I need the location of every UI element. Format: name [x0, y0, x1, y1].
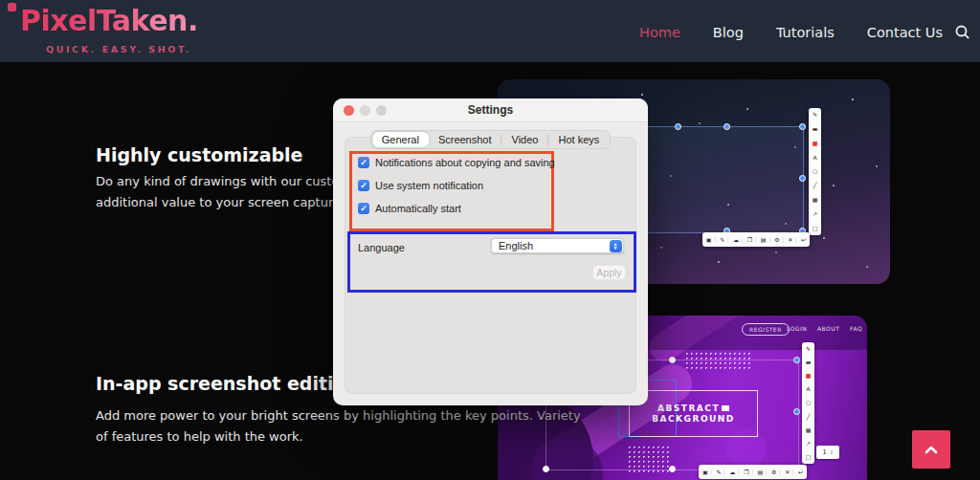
tab-general[interactable]: General: [372, 132, 429, 147]
checkbox-system-notification[interactable]: ✓ Use system notification: [358, 180, 483, 191]
nav-item-home[interactable]: Home: [639, 25, 680, 40]
preview-faq-link: FAQ: [850, 325, 862, 332]
line-tool-icon: ╱: [813, 183, 817, 188]
language-selected-value: English: [492, 240, 610, 251]
text-tool-icon: A: [813, 155, 816, 161]
checkbox-checked-icon[interactable]: ✓: [358, 203, 369, 214]
undo-icon: ↩: [795, 469, 806, 475]
monitor-icon: ▣: [703, 237, 716, 243]
arrow-tool-icon: ↗: [813, 211, 817, 217]
settings-dialog: Settings General Screenshot Video Hot ke…: [333, 98, 648, 405]
monitor-icon: ▣: [700, 469, 712, 475]
dialog-titlebar: Settings: [333, 98, 648, 122]
stepper-arrows-icon: ↕: [830, 449, 834, 455]
line-tool-icon: ╱: [807, 414, 811, 420]
language-label: Language: [358, 242, 405, 253]
editor-vertical-toolbar: ✎ ▬ ■ A ○ ╱ ▦ ↗ □: [809, 108, 821, 235]
badge-icon: [722, 405, 729, 411]
selection-handle: [543, 466, 549, 472]
editor-vertical-toolbar: ✎ ▬ ■ A ○ ╱ ▦ ↗ □: [802, 342, 814, 464]
site-tagline: QUICK. EASY. SHOT.: [46, 44, 191, 55]
text-tool-icon: A: [806, 386, 810, 392]
checkbox-label: Automatically start: [375, 203, 461, 214]
tab-video[interactable]: Video: [502, 132, 548, 147]
feature-title-editing: In-app screenshot editing: [96, 373, 360, 394]
copy-icon: ❐: [741, 469, 752, 475]
nav-item-tutorials[interactable]: Tutorials: [776, 25, 835, 40]
checkbox-notifications[interactable]: ✓ Notifications about copying and saving: [358, 157, 555, 168]
checkbox-checked-icon[interactable]: ✓: [358, 180, 369, 191]
watermark-frame: ABSTRACT BACKGROUND: [629, 390, 758, 437]
page: PixelTaken. QUICK. EASY. SHOT. Home Blog…: [0, 0, 980, 480]
checkbox-checked-icon[interactable]: ✓: [358, 157, 369, 168]
chevron-up-icon: [924, 446, 938, 454]
scroll-to-top-button[interactable]: [912, 430, 950, 469]
editor-horizontal-toolbar: ▣ ✎ ☁ ❐ ▤ ⚙ ✕ ↩: [699, 465, 807, 479]
stars-decoration: [498, 79, 500, 81]
close-icon: ✕: [785, 237, 796, 243]
color-swatch-icon: ■: [806, 373, 812, 379]
language-select[interactable]: English ▲▼: [491, 238, 624, 253]
site-header: PixelTaken. QUICK. EASY. SHOT. Home Blog…: [0, 0, 980, 62]
selection-handle: [793, 357, 800, 363]
line-width-stepper: 1↕: [816, 446, 839, 459]
nav-item-blog[interactable]: Blog: [713, 25, 744, 40]
selection-handle: [724, 123, 730, 130]
selection-handle: [793, 408, 800, 415]
rect-tool-icon: □: [813, 226, 818, 231]
selection-handle: [669, 466, 676, 472]
rect-tool-icon: □: [806, 454, 812, 460]
arrow-tool-icon: ↗: [806, 441, 811, 447]
site-logo[interactable]: PixelTaken.: [20, 4, 198, 37]
ellipse-tool-icon: ○: [806, 400, 811, 405]
checkbox-label: Use system notification: [375, 180, 483, 191]
preview-login-link: LOGIN: [787, 325, 807, 332]
watermark-text: BACKGROUND: [652, 414, 735, 425]
selection-handle: [799, 123, 806, 130]
blur-tool-icon: ▦: [806, 427, 812, 433]
save-icon: ▤: [754, 469, 767, 475]
feature-text-line: Add more power to your bright screens by…: [96, 408, 581, 423]
preview-register-button: REGISTER: [742, 323, 790, 336]
blur-tool-icon: ▦: [813, 197, 818, 203]
upload-icon: ☁: [726, 469, 739, 475]
preview-about-link: ABOUT: [817, 325, 839, 332]
tab-hot-keys[interactable]: Hot keys: [548, 132, 609, 147]
feature-title-customizable: Highly customizable: [96, 144, 302, 165]
marker-icon: ▬: [806, 360, 812, 365]
settings-tabs: General Screenshot Video Hot keys: [370, 130, 612, 149]
selection-handle: [675, 123, 681, 130]
pen-icon: ✎: [813, 112, 817, 118]
select-stepper-icon: ▲▼: [610, 240, 622, 252]
pen-icon: ✎: [806, 346, 811, 352]
ellipse-tool-icon: ○: [813, 168, 817, 174]
copy-icon: ❐: [745, 237, 756, 243]
selection-handle: [669, 357, 676, 363]
upload-icon: ☁: [730, 237, 743, 243]
tab-screenshot[interactable]: Screenshot: [429, 132, 501, 147]
gear-icon: ⚙: [771, 237, 783, 243]
watermark-text: ABSTRACT: [657, 404, 729, 414]
selection-handle: [799, 175, 806, 182]
logo-camera-icon: [8, 3, 16, 11]
edit-icon: ✎: [717, 237, 728, 243]
dialog-title: Settings: [333, 98, 648, 121]
checkbox-automatically-start[interactable]: ✓ Automatically start: [358, 203, 461, 214]
apply-button[interactable]: Apply: [592, 265, 626, 280]
checkbox-label: Notifications about copying and saving: [375, 157, 555, 168]
save-icon: ▤: [758, 237, 770, 243]
nav-item-contact-us[interactable]: Contact Us: [867, 25, 943, 40]
undo-icon: ↩: [798, 237, 809, 243]
gear-icon: ⚙: [768, 469, 780, 475]
feature-text-line: additional value to your screen capturin…: [96, 195, 363, 209]
close-icon: ✕: [782, 469, 793, 475]
color-swatch-icon: ■: [813, 141, 818, 146]
main-nav: Home Blog Tutorials Contact Us: [639, 25, 943, 40]
editor-horizontal-toolbar: ▣ ✎ ☁ ❐ ▤ ⚙ ✕ ↩: [702, 232, 810, 247]
edit-icon: ✎: [713, 469, 724, 475]
feature-text-line: of features to help with the work.: [96, 429, 303, 444]
marker-icon: ▬: [813, 126, 818, 132]
search-icon[interactable]: [954, 24, 971, 41]
